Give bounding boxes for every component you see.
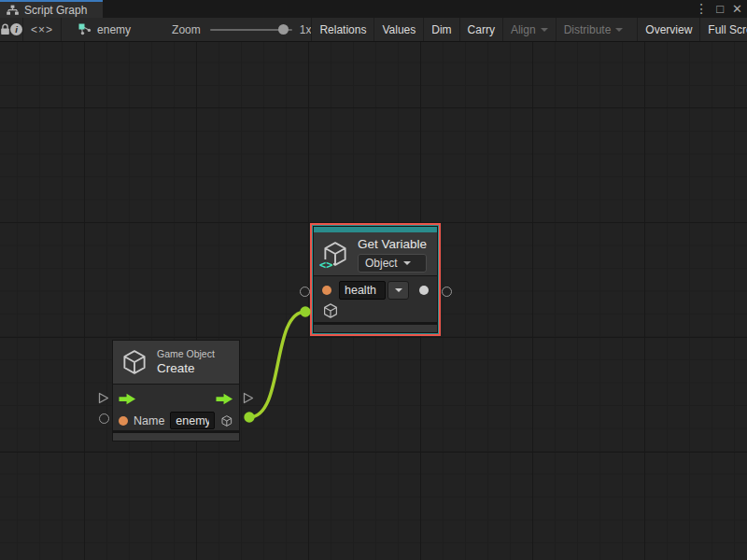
- close-icon[interactable]: ✕: [732, 0, 742, 18]
- overview-button[interactable]: Overview: [637, 18, 699, 41]
- get-variable-right-external-port[interactable]: [442, 287, 452, 297]
- object-input-port-cube-icon[interactable]: [322, 302, 339, 319]
- toolbar-separator: [61, 18, 62, 41]
- maximize-icon[interactable]: □: [716, 0, 724, 18]
- name-input-port[interactable]: [322, 286, 331, 295]
- lock-icon: [0, 23, 10, 35]
- tab-script-graph[interactable]: Script Graph: [0, 0, 103, 18]
- flow-output-external-port[interactable]: [243, 392, 254, 404]
- window-controls: ⋮ □ ✕: [695, 0, 742, 18]
- node-footer: [314, 325, 437, 332]
- toolbar-buttons: Relations Values Dim Carry Align Distrib…: [311, 18, 747, 41]
- lock-button[interactable]: [0, 18, 10, 41]
- zoom-slider[interactable]: [210, 29, 292, 31]
- info-icon: i: [10, 23, 22, 35]
- graph-breadcrumb[interactable]: enemy: [78, 23, 131, 36]
- flow-input-arrow-icon[interactable]: [119, 393, 136, 405]
- tab-title: Script Graph: [24, 4, 87, 17]
- toolbar-group-gap: [630, 18, 637, 41]
- hierarchy-icon: [7, 5, 19, 16]
- name-value-input[interactable]: [170, 412, 215, 429]
- name-external-port[interactable]: [99, 413, 109, 424]
- node-footer: [113, 433, 239, 441]
- game-object-variable-icon: <>: [321, 240, 349, 268]
- node-title: Get Variable: [358, 236, 427, 252]
- node-header: Game Object Create: [113, 341, 239, 384]
- values-button[interactable]: Values: [374, 18, 423, 41]
- node-get-variable[interactable]: <> Get Variable Object: [313, 226, 438, 333]
- code-brackets-icon: <>: [318, 259, 333, 271]
- flow-input-external-port[interactable]: [98, 392, 109, 404]
- title-bar: Script Graph ⋮ □ ✕: [0, 0, 747, 18]
- get-variable-left-external-port[interactable]: [300, 287, 310, 297]
- zoom-value: 1x: [300, 23, 312, 36]
- graph-toolbar: i <×> enemy Zoom 1x Relations Values: [0, 18, 747, 42]
- chevron-down-icon: [403, 261, 411, 265]
- script-graph-window: Script Graph ⋮ □ ✕ i <×>: [0, 0, 747, 560]
- code-icon: <×>: [31, 23, 53, 36]
- value-output-port[interactable]: [419, 286, 429, 295]
- chevron-down-icon: [615, 28, 623, 32]
- chevron-down-icon: [541, 28, 548, 32]
- window-menu-icon[interactable]: ⋮: [695, 0, 708, 18]
- game-object-output-port-cube-icon[interactable]: [220, 413, 233, 429]
- node-body: Name: [113, 384, 239, 430]
- dim-button[interactable]: Dim: [423, 18, 458, 41]
- flow-output-arrow-icon[interactable]: [216, 393, 233, 405]
- node-category: Game Object: [157, 348, 215, 360]
- graph-icon: [78, 23, 92, 35]
- align-dropdown-button[interactable]: Align: [502, 18, 556, 41]
- code-view-button[interactable]: <×>: [23, 18, 61, 41]
- node-title: Create: [157, 360, 215, 376]
- carry-button[interactable]: Carry: [459, 18, 502, 41]
- zoom-label: Zoom: [172, 23, 201, 36]
- breadcrumb-label: enemy: [97, 23, 131, 36]
- zoom-control: Zoom 1x: [172, 23, 311, 36]
- variable-picker-dropdown[interactable]: [388, 281, 409, 300]
- variable-name-input[interactable]: [339, 281, 386, 300]
- variable-scope-dropdown[interactable]: Object: [358, 254, 427, 273]
- relations-button[interactable]: Relations: [311, 18, 374, 41]
- fullscreen-button[interactable]: Full Screen: [699, 18, 747, 41]
- name-input-port[interactable]: [119, 416, 128, 426]
- distribute-dropdown-button[interactable]: Distribute: [556, 18, 631, 41]
- node-create-game-object[interactable]: Game Object Create Name: [112, 340, 240, 441]
- zoom-slider-handle[interactable]: [278, 24, 289, 35]
- port-label: Name: [134, 414, 164, 427]
- chevron-down-icon: [395, 288, 402, 292]
- node-header: <> Get Variable Object: [314, 232, 437, 275]
- node-body: [314, 275, 437, 322]
- game-object-icon: [120, 348, 148, 376]
- info-button[interactable]: i: [10, 18, 22, 41]
